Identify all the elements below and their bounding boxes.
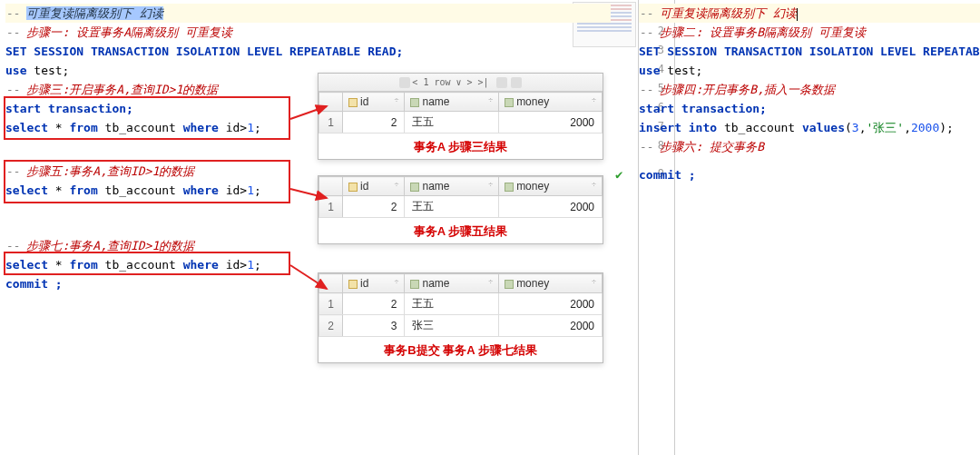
code-line[interactable]: insert into tb_account values(3,'张三',200…: [639, 118, 980, 137]
code-line[interactable]: use test;: [639, 61, 980, 80]
key-icon: [348, 280, 358, 289]
col-id[interactable]: id÷: [343, 274, 405, 293]
key-icon: [348, 183, 358, 192]
table-header-row: id÷name÷money÷: [319, 93, 603, 112]
code-line[interactable]: SET SESSION TRANSACTION ISOLATION LEVEL …: [5, 42, 611, 61]
table-row[interactable]: 23张三2000: [319, 315, 603, 337]
table-header-row: id÷name÷money÷: [319, 177, 603, 196]
column-icon: [505, 183, 514, 192]
col-money[interactable]: money÷: [499, 93, 603, 112]
result-caption: 事务A 步骤五结果: [318, 218, 603, 243]
toolbar-icon[interactable]: [511, 77, 522, 88]
col-name[interactable]: name÷: [405, 93, 499, 112]
check-icon: ✔: [615, 167, 622, 182]
column-icon: [505, 280, 514, 289]
col-money[interactable]: money÷: [499, 274, 603, 293]
col-name[interactable]: name÷: [405, 177, 499, 196]
result-table: id÷name÷money÷ 12王五2000 23张三2000: [318, 273, 603, 337]
code-line[interactable]: -- 步骤二: 设置事务B隔离级别 可重复读: [639, 23, 980, 42]
col-money[interactable]: money÷: [499, 177, 603, 196]
col-name[interactable]: name÷: [405, 274, 499, 293]
editor-root: ✔ -- 可重复读隔离级别下 幻读 -- 步骤一: 设置事务A隔离级别 可重复读…: [0, 0, 980, 455]
table-row[interactable]: 12王五2000: [319, 293, 603, 315]
left-code-pane: ✔ -- 可重复读隔离级别下 幻读 -- 步骤一: 设置事务A隔离级别 可重复读…: [0, 0, 639, 455]
result-panel-step3: < 1 row ∨ > >| id÷name÷money÷ 12王五2000 事…: [318, 73, 603, 160]
col-id[interactable]: id÷: [343, 93, 405, 112]
table-row[interactable]: 12王五2000: [319, 196, 603, 218]
code-line[interactable]: SET SESSION TRANSACTION ISOLATION LEVEL …: [639, 42, 980, 61]
right-code-pane: 1 2 3 4 5 6 7 8 9 -- 可重复读隔离级别下 幻读 -- 步骤二…: [639, 0, 980, 455]
result-toolbar[interactable]: < 1 row ∨ > >|: [318, 74, 603, 92]
key-icon: [348, 98, 358, 107]
column-icon: [410, 280, 419, 289]
result-table: id÷name÷money÷ 12王五2000: [318, 92, 603, 134]
result-panel-step5: id÷name÷money÷ 12王五2000 事务A 步骤五结果: [318, 175, 603, 244]
col-id[interactable]: id÷: [343, 177, 405, 196]
toolbar-icon[interactable]: [399, 77, 410, 88]
code-line[interactable]: commit ;: [639, 165, 980, 184]
table-header-row: id÷name÷money÷: [319, 274, 603, 293]
column-icon: [410, 183, 419, 192]
result-caption: 事务A 步骤三结果: [318, 134, 603, 159]
result-table: id÷name÷money÷ 12王五2000: [318, 176, 603, 218]
code-line[interactable]: select * from tb_account where id>1;: [5, 255, 611, 274]
code-line[interactable]: -- 可重复读隔离级别下 幻读: [639, 4, 980, 23]
toolbar-icon[interactable]: [496, 77, 507, 88]
code-line[interactable]: -- 步骤六: 提交事务B: [639, 137, 980, 156]
column-icon: [505, 98, 514, 107]
code-line[interactable]: -- 步骤四:开启事务B,插入一条数据: [639, 80, 980, 99]
result-panel-step7: id÷name÷money÷ 12王五2000 23张三2000 事务B提交 事…: [318, 272, 603, 363]
code-line[interactable]: -- 可重复读隔离级别下 幻读: [5, 4, 611, 23]
table-row[interactable]: 12王五2000: [319, 112, 603, 134]
code-line[interactable]: -- 步骤一: 设置事务A隔离级别 可重复读: [5, 23, 611, 42]
result-caption: 事务B提交 事务A 步骤七结果: [318, 337, 603, 362]
text-cursor: [797, 8, 798, 21]
code-line[interactable]: start transaction;: [639, 99, 980, 118]
column-icon: [410, 98, 419, 107]
